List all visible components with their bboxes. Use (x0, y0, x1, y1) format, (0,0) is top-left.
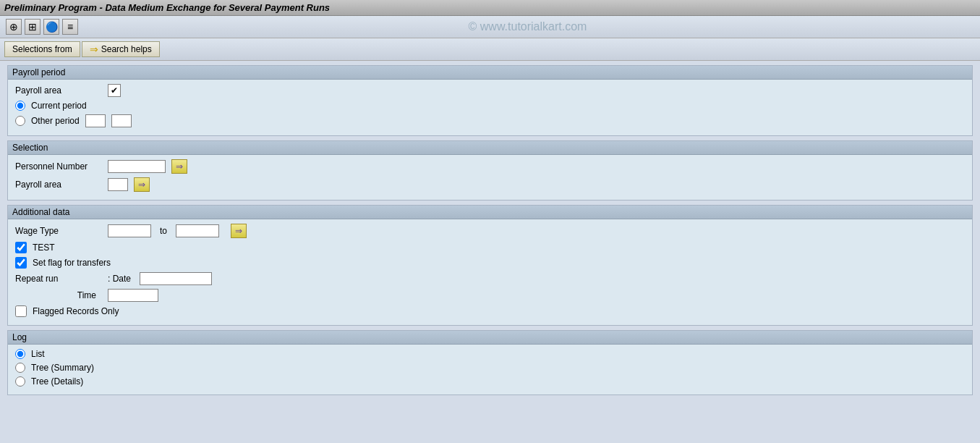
search-helps-arrow-icon: ⇒ (90, 43, 98, 55)
main-content: Payroll period Payroll area ✔ Current pe… (0, 61, 980, 404)
set-flag-checkbox[interactable] (15, 257, 27, 269)
selection-payroll-area-row: Payroll area ⇒ (15, 177, 965, 192)
time-label: Time (15, 290, 102, 300)
flagged-records-checkbox[interactable] (15, 305, 27, 317)
toolbar-btn-3[interactable]: 🔵 (43, 19, 59, 35)
log-tree-details-row: Tree (Details) (15, 376, 965, 387)
selection-payroll-area-input[interactable] (108, 178, 128, 191)
current-period-radio[interactable] (15, 101, 25, 111)
personnel-number-label: Personnel Number (15, 161, 102, 172)
time-input[interactable]: 00:00:00 (108, 289, 158, 302)
time-row: Time 00:00:00 (15, 289, 965, 302)
log-tree-details-label: Tree (Details) (31, 376, 83, 387)
wage-type-row: Wage Type to ⇒ (15, 224, 965, 238)
flagged-records-row: Flagged Records Only (15, 305, 965, 317)
log-list-radio[interactable] (15, 349, 25, 359)
log-header: Log (8, 331, 972, 345)
current-period-row: Current period (15, 101, 965, 111)
wage-type-input-from[interactable] (108, 224, 151, 237)
search-helps-label: Search helps (101, 44, 152, 54)
to-label: to (160, 226, 167, 236)
additional-data-header: Additional data (8, 206, 972, 219)
payroll-area-row: Payroll area ✔ (15, 84, 965, 97)
payroll-period-body: Payroll area ✔ Current period Other peri… (8, 80, 972, 135)
payroll-period-section: Payroll period Payroll area ✔ Current pe… (7, 65, 973, 136)
app-title: Preliminary Program - Data Medium Exchan… (4, 2, 330, 13)
wage-type-nav-btn[interactable]: ⇒ (231, 224, 247, 238)
additional-data-section: Additional data Wage Type to ⇒ TEST Set … (7, 205, 973, 326)
watermark: © www.tutorialkart.com (81, 20, 974, 33)
search-helps-tab[interactable]: ⇒ Search helps (82, 41, 160, 57)
log-list-label: List (31, 349, 45, 359)
wage-type-label: Wage Type (15, 226, 102, 236)
selections-from-tab[interactable]: Selections from (4, 41, 80, 57)
log-section: Log List Tree (Summary) Tree (Details) (7, 330, 973, 395)
current-period-label: Current period (31, 101, 87, 111)
selection-header: Selection (8, 141, 972, 155)
other-period-radio[interactable] (15, 116, 25, 126)
test-checkbox[interactable] (15, 242, 27, 253)
additional-data-body: Wage Type to ⇒ TEST Set flag for transfe… (8, 219, 972, 325)
toolbar-btn-2[interactable]: ⊞ (25, 19, 41, 35)
payroll-area-checkbox[interactable]: ✔ (108, 84, 121, 97)
date-label: : Date (108, 274, 131, 284)
toolbar-btn-4[interactable]: ≡ (62, 19, 78, 35)
selections-from-label: Selections from (12, 44, 72, 54)
log-tree-summary-row: Tree (Summary) (15, 363, 965, 373)
other-period-row: Other period (15, 114, 965, 127)
payroll-area-label: Payroll area (15, 85, 102, 96)
personnel-number-input[interactable] (108, 160, 166, 173)
other-period-label: Other period (31, 116, 80, 126)
log-tree-summary-radio[interactable] (15, 363, 25, 373)
personnel-number-nav-btn[interactable]: ⇒ (171, 159, 187, 174)
repeat-run-label: Repeat run (15, 274, 102, 284)
selection-payroll-area-label: Payroll area (15, 180, 102, 190)
repeat-run-row: Repeat run : Date (15, 272, 965, 285)
payroll-period-header: Payroll period (8, 66, 972, 80)
test-row: TEST (15, 242, 965, 253)
log-tree-summary-label: Tree (Summary) (31, 363, 94, 373)
log-tree-details-radio[interactable] (15, 376, 25, 387)
test-label: TEST (33, 242, 55, 253)
personnel-number-row: Personnel Number ⇒ (15, 159, 965, 174)
log-list-row: List (15, 349, 965, 359)
title-bar: Preliminary Program - Data Medium Exchan… (0, 0, 980, 16)
other-period-input-1[interactable] (85, 114, 106, 127)
wage-type-input-to[interactable] (176, 224, 219, 237)
set-flag-row: Set flag for transfers (15, 257, 965, 269)
tab-bar: Selections from ⇒ Search helps (0, 38, 980, 61)
toolbar: ⊕ ⊞ 🔵 ≡ © www.tutorialkart.com (0, 16, 980, 38)
set-flag-label: Set flag for transfers (33, 258, 111, 268)
log-body: List Tree (Summary) Tree (Details) (8, 345, 972, 395)
selection-section: Selection Personnel Number ⇒ Payroll are… (7, 140, 973, 201)
selection-payroll-area-nav-btn[interactable]: ⇒ (134, 177, 150, 192)
flagged-records-label: Flagged Records Only (33, 306, 119, 316)
repeat-run-date-input[interactable] (140, 272, 212, 285)
selection-body: Personnel Number ⇒ Payroll area ⇒ (8, 155, 972, 200)
toolbar-btn-1[interactable]: ⊕ (6, 19, 22, 35)
other-period-input-2[interactable] (111, 114, 132, 127)
